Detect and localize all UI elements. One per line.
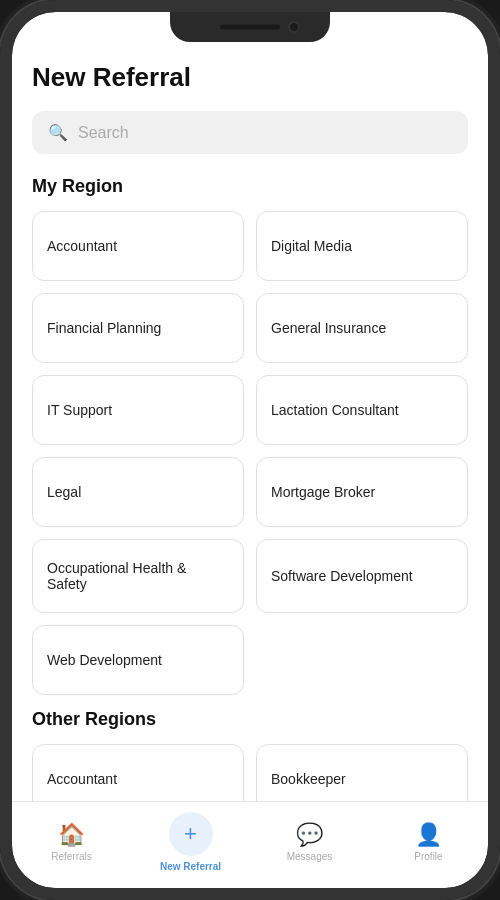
list-item[interactable]: Accountant [32,744,244,801]
search-bar[interactable]: 🔍 Search [32,111,468,154]
plus-icon: + [184,821,197,847]
other-regions-grid: Accountant Bookkeeper [32,744,468,801]
nav-label-messages: Messages [287,851,333,862]
list-item[interactable]: Accountant [32,211,244,281]
my-region-title: My Region [32,176,468,197]
list-item[interactable]: General Insurance [256,293,468,363]
list-item[interactable]: Software Development [256,539,468,613]
nav-label-profile: Profile [414,851,442,862]
list-item[interactable]: Lactation Consultant [256,375,468,445]
list-item[interactable]: Bookkeeper [256,744,468,801]
main-content: New Referral 🔍 Search My Region Accounta… [12,12,488,801]
list-item[interactable]: Occupational Health & Safety [32,539,244,613]
other-regions-title: Other Regions [32,709,468,730]
list-item[interactable]: Financial Planning [32,293,244,363]
bottom-nav: 🏠 Referrals + New Referral 💬 Messages 👤 … [12,801,488,888]
new-referral-button[interactable]: + [169,812,213,856]
list-item[interactable]: Web Development [32,625,244,695]
search-icon: 🔍 [48,123,68,142]
page-title: New Referral [32,62,468,93]
search-placeholder: Search [78,124,129,142]
nav-item-messages[interactable]: 💬 Messages [250,822,369,862]
nav-item-referrals[interactable]: 🏠 Referrals [12,822,131,862]
nav-item-new-referral[interactable]: + New Referral [131,812,250,872]
list-item[interactable]: Mortgage Broker [256,457,468,527]
my-region-grid: Accountant Digital Media Financial Plann… [32,211,468,695]
profile-icon: 👤 [415,822,442,848]
home-icon: 🏠 [58,822,85,848]
list-item[interactable]: Digital Media [256,211,468,281]
list-item[interactable]: IT Support [32,375,244,445]
nav-item-profile[interactable]: 👤 Profile [369,822,488,862]
nav-label-referrals: Referrals [51,851,92,862]
nav-label-new-referral: New Referral [160,861,221,872]
messages-icon: 💬 [296,822,323,848]
list-item[interactable]: Legal [32,457,244,527]
